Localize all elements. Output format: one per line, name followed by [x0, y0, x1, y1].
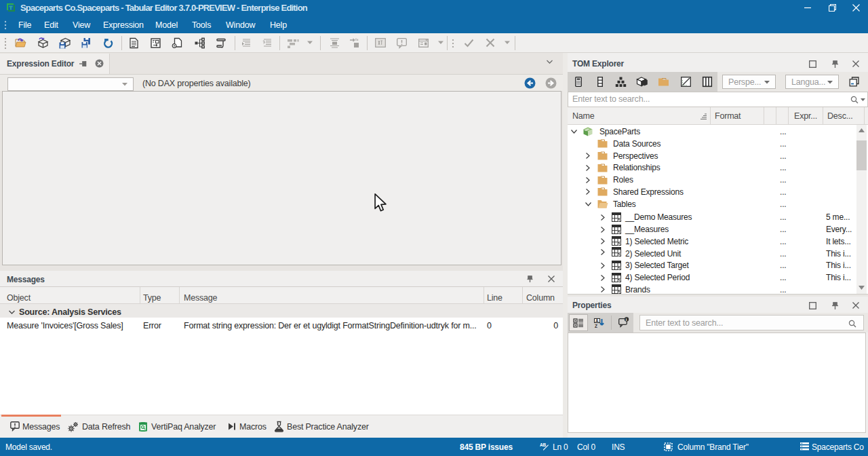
svg-text:AB: AB: [540, 442, 546, 447]
svg-text:A: A: [595, 318, 599, 323]
svg-text:Z: Z: [595, 324, 597, 328]
